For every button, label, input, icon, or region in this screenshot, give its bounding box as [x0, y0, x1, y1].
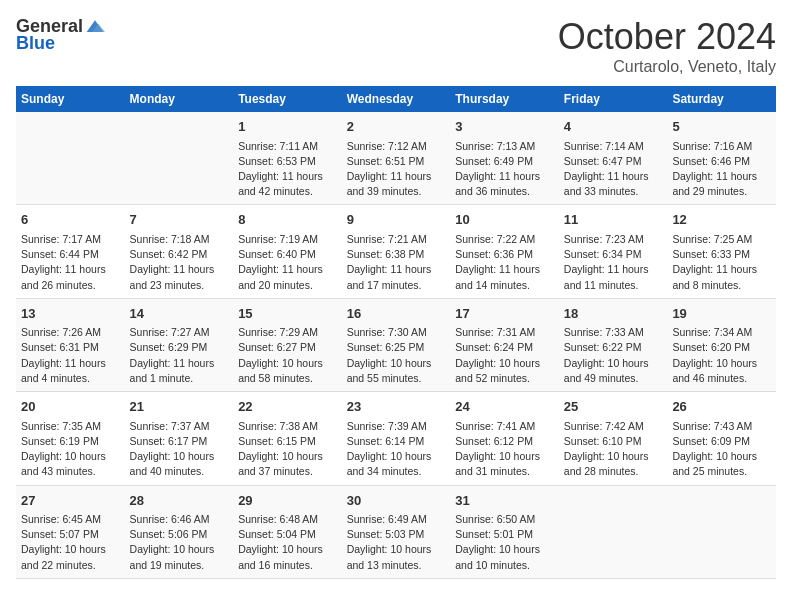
calendar-cell: 15Sunrise: 7:29 AM Sunset: 6:27 PM Dayli…	[233, 298, 342, 391]
cell-content: Sunrise: 7:39 AM Sunset: 6:14 PM Dayligh…	[347, 419, 446, 480]
calendar-cell: 26Sunrise: 7:43 AM Sunset: 6:09 PM Dayli…	[667, 392, 776, 485]
cell-content: Sunrise: 7:35 AM Sunset: 6:19 PM Dayligh…	[21, 419, 120, 480]
cell-content: Sunrise: 6:48 AM Sunset: 5:04 PM Dayligh…	[238, 512, 337, 573]
calendar-cell: 6Sunrise: 7:17 AM Sunset: 6:44 PM Daylig…	[16, 205, 125, 298]
day-number: 20	[21, 397, 120, 417]
cell-content: Sunrise: 7:17 AM Sunset: 6:44 PM Dayligh…	[21, 232, 120, 293]
week-row-2: 6Sunrise: 7:17 AM Sunset: 6:44 PM Daylig…	[16, 205, 776, 298]
cell-content: Sunrise: 7:11 AM Sunset: 6:53 PM Dayligh…	[238, 139, 337, 200]
calendar-cell: 30Sunrise: 6:49 AM Sunset: 5:03 PM Dayli…	[342, 485, 451, 578]
calendar-cell: 3Sunrise: 7:13 AM Sunset: 6:49 PM Daylig…	[450, 112, 559, 205]
calendar-cell: 11Sunrise: 7:23 AM Sunset: 6:34 PM Dayli…	[559, 205, 668, 298]
day-number: 24	[455, 397, 554, 417]
cell-content: Sunrise: 7:31 AM Sunset: 6:24 PM Dayligh…	[455, 325, 554, 386]
cell-content: Sunrise: 6:50 AM Sunset: 5:01 PM Dayligh…	[455, 512, 554, 573]
week-row-3: 13Sunrise: 7:26 AM Sunset: 6:31 PM Dayli…	[16, 298, 776, 391]
calendar-cell: 2Sunrise: 7:12 AM Sunset: 6:51 PM Daylig…	[342, 112, 451, 205]
calendar-cell: 10Sunrise: 7:22 AM Sunset: 6:36 PM Dayli…	[450, 205, 559, 298]
cell-content: Sunrise: 6:49 AM Sunset: 5:03 PM Dayligh…	[347, 512, 446, 573]
cell-content: Sunrise: 7:23 AM Sunset: 6:34 PM Dayligh…	[564, 232, 663, 293]
cell-content: Sunrise: 7:25 AM Sunset: 6:33 PM Dayligh…	[672, 232, 771, 293]
title-block: October 2024 Curtarolo, Veneto, Italy	[558, 16, 776, 76]
calendar-cell: 13Sunrise: 7:26 AM Sunset: 6:31 PM Dayli…	[16, 298, 125, 391]
weekday-header-wednesday: Wednesday	[342, 86, 451, 112]
calendar-cell	[16, 112, 125, 205]
cell-content: Sunrise: 6:46 AM Sunset: 5:06 PM Dayligh…	[130, 512, 229, 573]
day-number: 12	[672, 210, 771, 230]
day-number: 19	[672, 304, 771, 324]
calendar-cell: 14Sunrise: 7:27 AM Sunset: 6:29 PM Dayli…	[125, 298, 234, 391]
day-number: 7	[130, 210, 229, 230]
cell-content: Sunrise: 7:42 AM Sunset: 6:10 PM Dayligh…	[564, 419, 663, 480]
weekday-header-friday: Friday	[559, 86, 668, 112]
cell-content: Sunrise: 7:34 AM Sunset: 6:20 PM Dayligh…	[672, 325, 771, 386]
calendar-cell: 25Sunrise: 7:42 AM Sunset: 6:10 PM Dayli…	[559, 392, 668, 485]
day-number: 11	[564, 210, 663, 230]
day-number: 28	[130, 491, 229, 511]
calendar-cell: 17Sunrise: 7:31 AM Sunset: 6:24 PM Dayli…	[450, 298, 559, 391]
day-number: 27	[21, 491, 120, 511]
day-number: 3	[455, 117, 554, 137]
calendar-table: SundayMondayTuesdayWednesdayThursdayFrid…	[16, 86, 776, 579]
calendar-cell: 18Sunrise: 7:33 AM Sunset: 6:22 PM Dayli…	[559, 298, 668, 391]
weekday-header-saturday: Saturday	[667, 86, 776, 112]
month-title: October 2024	[558, 16, 776, 58]
calendar-cell: 21Sunrise: 7:37 AM Sunset: 6:17 PM Dayli…	[125, 392, 234, 485]
calendar-cell: 12Sunrise: 7:25 AM Sunset: 6:33 PM Dayli…	[667, 205, 776, 298]
day-number: 18	[564, 304, 663, 324]
calendar-cell: 16Sunrise: 7:30 AM Sunset: 6:25 PM Dayli…	[342, 298, 451, 391]
cell-content: Sunrise: 6:45 AM Sunset: 5:07 PM Dayligh…	[21, 512, 120, 573]
calendar-cell: 9Sunrise: 7:21 AM Sunset: 6:38 PM Daylig…	[342, 205, 451, 298]
week-row-4: 20Sunrise: 7:35 AM Sunset: 6:19 PM Dayli…	[16, 392, 776, 485]
cell-content: Sunrise: 7:37 AM Sunset: 6:17 PM Dayligh…	[130, 419, 229, 480]
calendar-cell: 24Sunrise: 7:41 AM Sunset: 6:12 PM Dayli…	[450, 392, 559, 485]
cell-content: Sunrise: 7:43 AM Sunset: 6:09 PM Dayligh…	[672, 419, 771, 480]
day-number: 26	[672, 397, 771, 417]
cell-content: Sunrise: 7:16 AM Sunset: 6:46 PM Dayligh…	[672, 139, 771, 200]
calendar-cell	[559, 485, 668, 578]
cell-content: Sunrise: 7:13 AM Sunset: 6:49 PM Dayligh…	[455, 139, 554, 200]
cell-content: Sunrise: 7:18 AM Sunset: 6:42 PM Dayligh…	[130, 232, 229, 293]
cell-content: Sunrise: 7:12 AM Sunset: 6:51 PM Dayligh…	[347, 139, 446, 200]
calendar-cell	[667, 485, 776, 578]
weekday-header-sunday: Sunday	[16, 86, 125, 112]
calendar-cell: 8Sunrise: 7:19 AM Sunset: 6:40 PM Daylig…	[233, 205, 342, 298]
week-row-1: 1Sunrise: 7:11 AM Sunset: 6:53 PM Daylig…	[16, 112, 776, 205]
calendar-cell	[125, 112, 234, 205]
logo: General Blue	[16, 16, 105, 54]
day-number: 22	[238, 397, 337, 417]
calendar-cell: 20Sunrise: 7:35 AM Sunset: 6:19 PM Dayli…	[16, 392, 125, 485]
calendar-cell: 4Sunrise: 7:14 AM Sunset: 6:47 PM Daylig…	[559, 112, 668, 205]
day-number: 15	[238, 304, 337, 324]
logo-blue: Blue	[16, 33, 55, 54]
day-number: 29	[238, 491, 337, 511]
weekday-header-monday: Monday	[125, 86, 234, 112]
page-header: General Blue October 2024 Curtarolo, Ven…	[16, 16, 776, 76]
weekday-header-thursday: Thursday	[450, 86, 559, 112]
day-number: 23	[347, 397, 446, 417]
week-row-5: 27Sunrise: 6:45 AM Sunset: 5:07 PM Dayli…	[16, 485, 776, 578]
cell-content: Sunrise: 7:41 AM Sunset: 6:12 PM Dayligh…	[455, 419, 554, 480]
cell-content: Sunrise: 7:14 AM Sunset: 6:47 PM Dayligh…	[564, 139, 663, 200]
cell-content: Sunrise: 7:21 AM Sunset: 6:38 PM Dayligh…	[347, 232, 446, 293]
cell-content: Sunrise: 7:27 AM Sunset: 6:29 PM Dayligh…	[130, 325, 229, 386]
calendar-cell: 5Sunrise: 7:16 AM Sunset: 6:46 PM Daylig…	[667, 112, 776, 205]
cell-content: Sunrise: 7:33 AM Sunset: 6:22 PM Dayligh…	[564, 325, 663, 386]
calendar-cell: 23Sunrise: 7:39 AM Sunset: 6:14 PM Dayli…	[342, 392, 451, 485]
cell-content: Sunrise: 7:22 AM Sunset: 6:36 PM Dayligh…	[455, 232, 554, 293]
calendar-cell: 28Sunrise: 6:46 AM Sunset: 5:06 PM Dayli…	[125, 485, 234, 578]
calendar-cell: 31Sunrise: 6:50 AM Sunset: 5:01 PM Dayli…	[450, 485, 559, 578]
cell-content: Sunrise: 7:26 AM Sunset: 6:31 PM Dayligh…	[21, 325, 120, 386]
day-number: 5	[672, 117, 771, 137]
cell-content: Sunrise: 7:19 AM Sunset: 6:40 PM Dayligh…	[238, 232, 337, 293]
calendar-cell: 29Sunrise: 6:48 AM Sunset: 5:04 PM Dayli…	[233, 485, 342, 578]
cell-content: Sunrise: 7:38 AM Sunset: 6:15 PM Dayligh…	[238, 419, 337, 480]
day-number: 30	[347, 491, 446, 511]
cell-content: Sunrise: 7:29 AM Sunset: 6:27 PM Dayligh…	[238, 325, 337, 386]
day-number: 1	[238, 117, 337, 137]
day-number: 6	[21, 210, 120, 230]
day-number: 8	[238, 210, 337, 230]
day-number: 14	[130, 304, 229, 324]
day-number: 4	[564, 117, 663, 137]
cell-content: Sunrise: 7:30 AM Sunset: 6:25 PM Dayligh…	[347, 325, 446, 386]
